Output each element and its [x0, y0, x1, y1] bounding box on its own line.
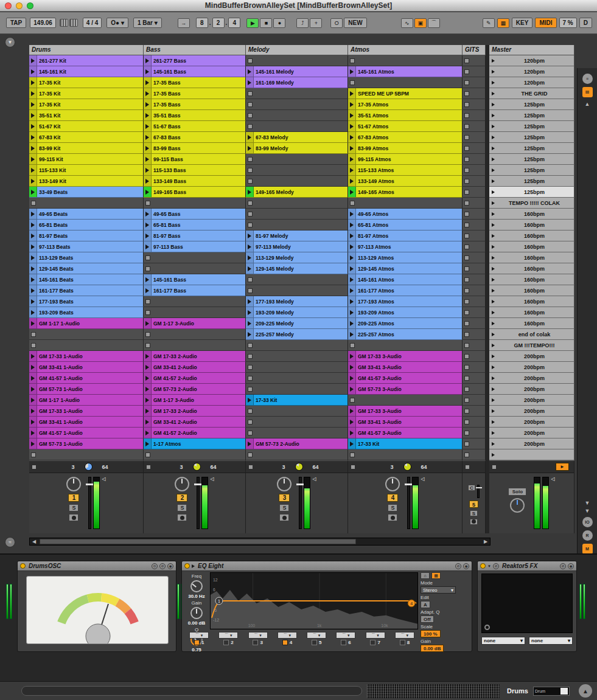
clip-launch-button[interactable]	[348, 165, 356, 175]
scrollbar-handle[interactable]	[40, 539, 356, 544]
clip-launch-button[interactable]	[246, 318, 254, 328]
empty-clip-slot[interactable]	[463, 187, 486, 198]
clip[interactable]: 115-133 Atmos	[348, 165, 463, 176]
clip[interactable]: GM 41-57 3-Audio	[348, 373, 463, 384]
clip[interactable]: GM 33-41 1-Audio	[29, 362, 144, 373]
clip-launch-button[interactable]	[144, 438, 152, 449]
empty-clip-slot[interactable]	[463, 285, 486, 296]
clip[interactable]: GM 41-57 2-Audio	[144, 373, 246, 384]
empty-clip-slot[interactable]	[463, 307, 486, 318]
empty-clip-slot[interactable]	[463, 438, 486, 449]
hot-swap-icon[interactable]: ◉	[463, 563, 469, 569]
empty-clip-slot[interactable]	[463, 406, 486, 417]
empty-clip-slot[interactable]	[246, 428, 348, 438]
browser-menu-button[interactable]: ≡	[582, 74, 593, 84]
clip[interactable]: 81-97 Bass	[144, 230, 246, 241]
clip-launch-button[interactable]	[246, 230, 254, 241]
empty-clip-slot[interactable]	[246, 220, 348, 230]
clip-launch-button[interactable]	[29, 77, 37, 88]
plugin-slot-2-dropdown[interactable]: none▾	[529, 637, 573, 645]
clip[interactable]: 177-193 Melody	[246, 296, 348, 307]
scene-slot[interactable]: 200bpm	[489, 395, 574, 406]
plugin-slot-1-dropdown[interactable]: none▾	[481, 637, 525, 645]
reaktor-header[interactable]: ▼ ⊘ Reaktor5 FX ⊘ ◉	[478, 561, 576, 571]
save-preset-icon[interactable]: ⊘	[159, 563, 166, 569]
computer-midi-keyboard-icon[interactable]: ▦	[497, 18, 509, 28]
clip-launch-button[interactable]	[348, 417, 356, 427]
clip[interactable]: 145-161 Beats	[29, 274, 144, 285]
clip-launch-button[interactable]	[29, 241, 37, 252]
empty-clip-slot[interactable]	[463, 230, 486, 241]
clip-launch-button[interactable]	[29, 428, 37, 438]
clip[interactable]: 149-165 Atmos	[348, 187, 463, 198]
clip-launch-button[interactable]	[144, 88, 152, 99]
scene-slot[interactable]: 160bpm	[489, 230, 574, 241]
clip-launch-button[interactable]	[348, 154, 356, 164]
clip-launch-button[interactable]	[246, 263, 254, 274]
hot-swap-icon[interactable]: ⊜	[152, 563, 158, 569]
clip[interactable]: 113-129 Atmos	[348, 252, 463, 263]
band-filter-dropdown[interactable]: ⌒▾	[218, 632, 238, 639]
empty-clip-slot[interactable]	[463, 449, 486, 460]
record-button[interactable]: ●	[273, 18, 285, 28]
clip[interactable]: 17-35 Atmos	[348, 99, 463, 110]
stop-all-clips-button[interactable]	[492, 465, 497, 470]
band-activator-checkbox[interactable]	[223, 640, 229, 645]
clip[interactable]: GM 57-73 3-Audio	[348, 384, 463, 395]
clip-launch-button[interactable]	[144, 132, 152, 142]
mini-slider-handle[interactable]	[560, 688, 568, 695]
scene-slot[interactable]: 200bpm	[489, 428, 574, 438]
clip-launch-button[interactable]	[144, 220, 152, 230]
scene-slot[interactable]: 200bpm	[489, 406, 574, 417]
clip[interactable]: 261-277 Bass	[144, 55, 246, 66]
empty-clip-slot[interactable]	[246, 121, 348, 132]
scene-slot[interactable]: 200bpm	[489, 362, 574, 373]
clip[interactable]: 225-257 Atmos	[348, 329, 463, 340]
empty-clip-slot[interactable]	[463, 241, 486, 252]
clip-launch-button[interactable]	[144, 66, 152, 77]
clip[interactable]: 97-113 Atmos	[348, 241, 463, 252]
clip[interactable]: 145-161 Bass	[144, 274, 246, 285]
empty-clip-slot[interactable]	[246, 274, 348, 285]
clip-launch-button[interactable]	[246, 143, 254, 153]
clip-launch-button[interactable]	[348, 329, 356, 339]
clip[interactable]: GM 33-41 1-Audio	[29, 417, 144, 428]
clip[interactable]: 193-209 Melody	[246, 307, 348, 318]
clip-launch-button[interactable]	[246, 296, 254, 307]
clip-launch-button[interactable]	[29, 132, 37, 142]
clip-launch-button[interactable]	[29, 154, 37, 164]
device-on-icon[interactable]	[20, 563, 26, 569]
clip-launch-button[interactable]	[348, 241, 356, 252]
clip[interactable]: 177-193 Beats	[29, 296, 144, 307]
empty-clip-slot[interactable]	[246, 110, 348, 121]
empty-clip-slot[interactable]	[246, 406, 348, 417]
save-preset-icon[interactable]: ⊘	[455, 563, 461, 569]
clip-launch-button[interactable]	[144, 428, 152, 438]
empty-clip-slot[interactable]	[246, 340, 348, 351]
empty-clip-slot[interactable]	[463, 252, 486, 263]
clip[interactable]: 129-145 Melody	[246, 263, 348, 274]
clip-launch-button[interactable]	[144, 187, 152, 197]
clip[interactable]: 209-225 Atmos	[348, 318, 463, 329]
tempo-field[interactable]: 149.06	[30, 18, 56, 28]
clip[interactable]: GM 57-73 2-Audio	[246, 438, 348, 449]
spectrum-toggle-icon[interactable]: ▦	[431, 572, 441, 579]
fold-icon[interactable]: ▼	[487, 564, 491, 568]
track-activator-button[interactable]: 2	[176, 494, 187, 502]
clip[interactable]: 67-83 Bass	[144, 132, 246, 143]
empty-clip-slot[interactable]	[144, 198, 246, 209]
clip[interactable]: 145-161 Atmos	[348, 274, 463, 285]
solo-button[interactable]: S	[470, 510, 478, 516]
freq-value[interactable]: 30.0 Hz	[184, 594, 209, 599]
clip-launch-button[interactable]	[348, 285, 356, 296]
empty-clip-slot[interactable]	[246, 285, 348, 296]
mini-volume-slider[interactable]: Drum	[533, 687, 570, 696]
track-header[interactable]: Melody	[246, 45, 348, 55]
empty-clip-slot[interactable]	[463, 351, 486, 362]
clip[interactable]: GM 1-17 3-Audio	[144, 395, 246, 406]
clip[interactable]: 113-129 Beats	[29, 252, 144, 263]
band-activator-checkbox[interactable]	[282, 640, 288, 645]
clip-launch-button[interactable]	[246, 307, 254, 317]
nudge-up-button[interactable]	[69, 19, 78, 27]
band-activator-checkbox[interactable]	[312, 640, 317, 645]
